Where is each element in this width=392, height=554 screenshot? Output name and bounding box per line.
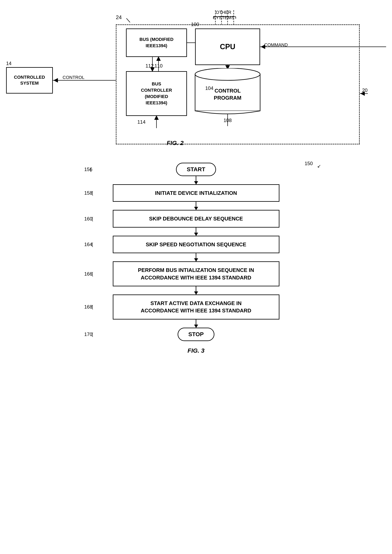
svg-line-7 xyxy=(126,18,130,22)
ref-110-label: 110 xyxy=(154,63,163,69)
svg-point-26 xyxy=(195,68,260,80)
stop-oval: STOP xyxy=(178,328,215,341)
stop-node: 170 { STOP xyxy=(105,328,287,341)
ref-114-label: 114 xyxy=(137,119,146,125)
step-166-box: PERFORM BUS INTIALIZATION SEQUENCE IN AC… xyxy=(113,261,280,286)
step-168-node: 168 { START ACTIVE DATA EXCHANGE IN ACCO… xyxy=(105,294,287,320)
ref-24-label: 24 xyxy=(116,14,122,21)
ref-14-label: 14 xyxy=(6,61,12,66)
ref-164-label: 164 xyxy=(84,241,92,247)
ref-150-label: 150 xyxy=(305,161,313,166)
arrow-4 xyxy=(196,253,196,261)
arrow-2 xyxy=(196,202,196,210)
step-168-line2: ACCORDANCE WITH IEEE 1394 STANDARD xyxy=(141,307,251,314)
control-program-cylinder: CONTROL PROGRAM xyxy=(194,68,261,115)
controlled-system-box: CONTROLLEDSYSTEM xyxy=(6,67,53,93)
ref-170-curly: { xyxy=(92,332,93,337)
arrow-1 xyxy=(196,176,196,184)
step-160-box: SKIP DEBOUNCE DELAY SEQUENCE xyxy=(113,210,280,227)
ref-160-label: 160 xyxy=(84,216,92,222)
ref-168-curly: { xyxy=(92,304,93,310)
ref-150-arrow: ↙ xyxy=(317,163,321,169)
svg-text:PROGRAM: PROGRAM xyxy=(214,95,241,101)
step-168-box: START ACTIVE DATA EXCHANGE IN ACCORDANCE… xyxy=(113,294,280,320)
start-oval: START xyxy=(176,163,216,176)
command-arrow-label: COMMAND xyxy=(264,42,288,48)
fig2-diagram: 24 14 CONTROLLEDSYSTEM CONTROL 100 OTHER… xyxy=(0,8,392,150)
bus-controller-box: BUSCONTROLLER(MODIFIEDIEEE1394) xyxy=(126,71,187,116)
ref-166-curly: { xyxy=(92,271,93,277)
ref-100-label: 100 xyxy=(191,21,199,27)
step-160-node: 160 { SKIP DEBOUNCE DELAY SEQUENCE xyxy=(105,210,287,227)
ref-164-curly: { xyxy=(92,242,93,247)
svg-marker-9 xyxy=(53,78,58,83)
ref-158-curly: { xyxy=(92,190,93,196)
control-arrow-label: CONTROL xyxy=(63,75,84,80)
cpu-box: CPU xyxy=(195,28,260,65)
other-systems-label: OTHER SYSTEMS xyxy=(205,10,242,20)
ref-158-label: 158 xyxy=(84,190,92,196)
bus-label: BUS (MODIFIEDIEEE1394) xyxy=(140,36,173,49)
svg-text:CONTROL: CONTROL xyxy=(215,88,241,94)
step-164-node: 164 { SKIP SPEED NEGOTIATION SEQUENCE xyxy=(105,236,287,253)
arrow-6 xyxy=(196,320,196,328)
ref-166-label: 166 xyxy=(84,271,92,277)
step-166-node: 166 { PERFORM BUS INTIALIZATION SEQUENCE… xyxy=(105,261,287,286)
step-158-box: INITIATE DEVICE INTIALIZATION xyxy=(113,184,280,202)
step-168-line1: START ACTIVE DATA EXCHANGE IN xyxy=(150,300,242,306)
ref-104-label: 104 xyxy=(205,85,213,91)
arrow-5 xyxy=(196,286,196,294)
step-166-line1: PERFORM BUS INTIALIZATION SEQUENCE IN xyxy=(138,267,254,273)
ref-170-label: 170 xyxy=(84,332,92,337)
arrow-3 xyxy=(196,227,196,236)
ref-160-curly: { xyxy=(92,216,93,221)
start-node: 156 { START xyxy=(105,163,287,176)
fig2-caption: FIG. 2 xyxy=(167,140,183,146)
bus-box: BUS (MODIFIEDIEEE1394) xyxy=(126,28,187,57)
ref-168-label: 168 xyxy=(84,304,92,310)
step-164-box: SKIP SPEED NEGOTIATION SEQUENCE xyxy=(113,236,280,253)
ref-112-label: 112 xyxy=(146,63,154,69)
fig3-caption: FIG. 3 xyxy=(0,347,392,362)
step-158-node: 158 { INITIATE DEVICE INTIALIZATION xyxy=(105,184,287,202)
bus-controller-label: BUSCONTROLLER(MODIFIEDIEEE1394) xyxy=(141,81,172,106)
fig3-diagram: 150 ↙ 156 { START 158 { INITIATE DEVICE … xyxy=(0,150,392,362)
controlled-system-label: CONTROLLEDSYSTEM xyxy=(14,74,45,86)
ref-108-label: 108 xyxy=(224,118,232,123)
flowchart: 156 { START 158 { INITIATE DEVICE INTIAL… xyxy=(105,150,287,341)
step-166-line2: ACCORDANCE WITH IEEE 1394 STANDARD xyxy=(141,275,251,281)
ref-20-label: 20 xyxy=(362,87,368,93)
ref-156-curly: { xyxy=(90,167,91,172)
